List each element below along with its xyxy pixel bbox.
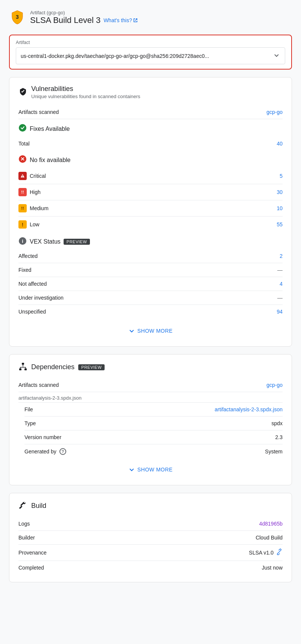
- question-mark-icon[interactable]: ?: [59, 448, 66, 455]
- dropdown-arrow-icon: [273, 52, 280, 60]
- header-text: Artifact (gcp-go) SLSA Build Level 3 Wha…: [30, 10, 138, 25]
- svg-rect-7: [22, 363, 24, 365]
- medium-icon: !!: [18, 204, 27, 212]
- deps-type-label: Type: [24, 420, 36, 426]
- no-fix-section: ✕ No fix available Critical 5 !! High: [18, 155, 283, 232]
- vex-affected-label: Affected: [18, 253, 38, 259]
- build-builder-row: Builder Cloud Build: [18, 531, 283, 545]
- svg-text:3: 3: [16, 14, 19, 20]
- high-value[interactable]: 30: [277, 189, 283, 195]
- vex-not-affected-label: Not affected: [18, 281, 47, 287]
- svg-point-1: [19, 124, 26, 132]
- artifact-dropdown-value: us-central1-docker.pkg.dev/taechae/gcp-g…: [21, 53, 209, 59]
- svg-point-4: [22, 177, 23, 177]
- whats-this-link[interactable]: What's this?: [103, 17, 138, 23]
- artifacts-scanned-label: Artifacts scanned: [18, 109, 59, 115]
- low-label: Low: [30, 221, 40, 227]
- vex-affected-row: Affected 2: [18, 249, 283, 263]
- dependencies-icon: [18, 362, 27, 372]
- critical-row: Critical 5: [18, 168, 283, 184]
- fixes-available-section: Fixes Available Total 40: [18, 124, 283, 150]
- external-link-icon: [133, 18, 138, 23]
- critical-value[interactable]: 5: [280, 173, 283, 179]
- artifacts-scanned-value[interactable]: gcp-go: [266, 109, 283, 115]
- deps-artifacts-scanned-label: Artifacts scanned: [18, 382, 59, 388]
- svg-rect-8: [19, 368, 21, 370]
- chain-link-icon[interactable]: [276, 549, 283, 557]
- artifact-dropdown[interactable]: us-central1-docker.pkg.dev/taechae/gcp-g…: [16, 47, 285, 64]
- deps-file-row: File artifactanalysis-2-3.spdx.json: [24, 403, 283, 417]
- chevron-down-icon: [128, 327, 135, 334]
- low-value[interactable]: 55: [277, 221, 283, 227]
- fixes-total-label: Total: [18, 141, 30, 147]
- vulnerabilities-show-more-button[interactable]: SHOW MORE: [18, 323, 283, 339]
- svg-text:✕: ✕: [20, 156, 25, 162]
- vulnerabilities-card: Vulnerabilities Unique vulnerabilities f…: [9, 77, 292, 347]
- build-logs-value[interactable]: 4d81965b: [259, 521, 283, 527]
- build-header: Build: [18, 501, 283, 511]
- build-completed-row: Completed Just now: [18, 561, 283, 574]
- sub-file-label: artifactanalysis-2-3.spdx.json: [18, 392, 283, 403]
- vex-investigation-row: Under investigation —: [18, 291, 283, 305]
- high-row: !! High 30: [18, 184, 283, 200]
- dependencies-preview-badge: PREVIEW: [78, 364, 105, 370]
- build-completed-label: Completed: [18, 565, 44, 571]
- dependencies-show-more-button[interactable]: SHOW MORE: [18, 462, 283, 477]
- vex-status-header: i VEX Status PREVIEW: [18, 237, 283, 246]
- low-icon: !: [18, 220, 27, 229]
- deps-type-value: spdx: [271, 420, 283, 426]
- medium-label: Medium: [30, 205, 49, 211]
- low-row: ! Low 55: [18, 217, 283, 232]
- page-container: 3 Artifact (gcp-go) SLSA Build Level 3 W…: [0, 0, 301, 596]
- slsa-title: SLSA Build Level 3 What's this?: [30, 15, 138, 25]
- vex-investigation-value: —: [277, 295, 283, 301]
- artifact-section: Artifact us-central1-docker.pkg.dev/taec…: [9, 35, 292, 70]
- build-builder-label: Builder: [18, 535, 35, 541]
- build-title: Build: [31, 502, 46, 510]
- vex-unspecified-value[interactable]: 94: [277, 309, 283, 315]
- fixes-total-row: Total 40: [18, 137, 283, 150]
- check-circle-icon: [18, 124, 27, 134]
- shield-badge: 3: [9, 9, 26, 26]
- vex-unspecified-row: Unspecified 94: [18, 305, 283, 318]
- fixes-total-value[interactable]: 40: [277, 141, 283, 147]
- svg-rect-9: [24, 368, 27, 370]
- vex-not-affected-value[interactable]: 4: [280, 281, 283, 287]
- vex-fixed-row: Fixed —: [18, 263, 283, 277]
- vulnerabilities-title: Vulnerabilities: [31, 85, 140, 93]
- vex-affected-value[interactable]: 2: [280, 253, 283, 259]
- deps-artifacts-scanned-value[interactable]: gcp-go: [266, 382, 283, 388]
- deps-version-value: 2.3: [275, 434, 283, 440]
- deps-file-value[interactable]: artifactanalysis-2-3.spdx.json: [214, 406, 283, 412]
- fixes-available-title: Fixes Available: [30, 126, 70, 132]
- vex-status-section: i VEX Status PREVIEW Affected 2 Fixed — …: [18, 237, 283, 318]
- no-fix-header: ✕ No fix available: [18, 155, 283, 165]
- dependencies-title: Dependencies: [31, 363, 74, 371]
- deps-generated-by-label: Generated by: [24, 449, 56, 455]
- build-logs-row: Logs 4d81965b: [18, 517, 283, 531]
- dependencies-card: Dependencies PREVIEW Artifacts scanned g…: [9, 354, 292, 485]
- build-completed-value: Just now: [262, 565, 283, 571]
- deps-file-label: File: [24, 406, 33, 412]
- build-provenance-label: Provenance: [18, 550, 47, 556]
- vex-preview-badge: PREVIEW: [64, 239, 90, 245]
- artifact-name: Artifact (gcp-go): [30, 10, 138, 15]
- vex-investigation-label: Under investigation: [18, 295, 64, 301]
- high-label: High: [30, 189, 41, 195]
- build-logs-label: Logs: [18, 521, 30, 527]
- medium-value[interactable]: 10: [277, 205, 283, 211]
- header: 3 Artifact (gcp-go) SLSA Build Level 3 W…: [9, 6, 292, 29]
- vulnerabilities-header: Vulnerabilities Unique vulnerabilities f…: [18, 85, 283, 99]
- high-icon: !!: [18, 188, 27, 196]
- medium-row: !! Medium 10: [18, 200, 283, 217]
- vulnerabilities-subtitle: Unique vulnerabilities found in scanned …: [31, 94, 140, 99]
- deps-generated-by-row: Generated by ? System: [24, 444, 283, 459]
- deps-artifacts-scanned-row: Artifacts scanned gcp-go: [18, 378, 283, 392]
- deps-generated-by-value: System: [265, 449, 283, 455]
- fixes-available-header: Fixes Available: [18, 124, 283, 134]
- artifacts-scanned-row: Artifacts scanned gcp-go: [18, 105, 283, 119]
- deps-type-row: Type spdx: [24, 417, 283, 430]
- vex-unspecified-label: Unspecified: [18, 309, 46, 315]
- error-circle-icon: ✕: [18, 155, 27, 165]
- chevron-down-icon: [128, 466, 135, 473]
